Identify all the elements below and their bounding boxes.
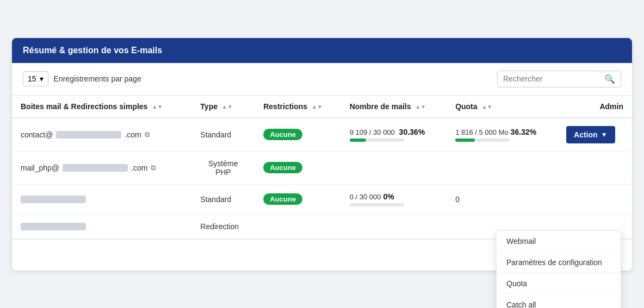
restrictions-cell: Aucune <box>255 118 340 152</box>
mail-count-cell: 0 / 30 000 0% <box>341 184 447 214</box>
col-email: Boites mail & Redirections simples ▲▼ <box>12 96 191 118</box>
badge-aucune: Aucune <box>263 129 302 140</box>
table-row: contact@.com ⧉ Standard Aucune 9 109 / 3… <box>12 118 632 152</box>
toolbar-left: 15 ▾ Enregistrements par page <box>23 71 141 86</box>
mail-count-text: 0 / 30 000 <box>350 193 381 201</box>
email-blurred <box>21 223 86 230</box>
dropdown-item-params[interactable]: Paramètres de configuration <box>497 252 621 273</box>
mail-percent: 0% <box>383 192 394 201</box>
table-row: mail_php@.com ⧉ Système PHP Aucune <box>12 151 632 184</box>
mail-count-cell <box>341 214 447 238</box>
mail-progress-fill <box>350 139 366 142</box>
main-panel: Résumé & gestion de vos E-mails 15 ▾ Enr… <box>12 38 632 271</box>
email-cell: contact@.com ⧉ <box>12 118 191 152</box>
col-nb-mails: Nombre de mails ▲▼ <box>341 96 447 118</box>
badge-aucune: Aucune <box>263 162 302 173</box>
per-page-label: Enregistrements par page <box>54 74 141 83</box>
search-input[interactable] <box>503 74 601 83</box>
mail-progress-bar <box>350 203 404 206</box>
email-cell <box>12 184 191 214</box>
email-domain-blurred <box>56 131 121 139</box>
admin-cell <box>558 151 632 184</box>
mail-count-cell: 9 109 / 30 000 30.36% <box>341 118 447 152</box>
mail-count-text: 9 109 / 30 000 <box>350 128 395 136</box>
col-quota: Quota ▲▼ <box>447 96 558 118</box>
email-suffix: .com <box>131 164 147 172</box>
quota-cell <box>447 151 558 184</box>
dropdown-menu: Webmail Paramètres de configuration Quot… <box>496 230 621 309</box>
chevron-down-icon: ▾ <box>40 74 44 83</box>
col-type: Type ▲▼ <box>191 96 255 118</box>
table-header-row: Boites mail & Redirections simples ▲▼ Ty… <box>12 96 632 118</box>
search-icon: 🔍 <box>604 74 615 84</box>
mail-percent: 30.36% <box>397 128 425 136</box>
quota-cell: 0 <box>447 184 558 214</box>
quota-progress-bar <box>455 139 510 142</box>
email-domain-blurred <box>63 164 128 172</box>
badge-aucune: Aucune <box>263 193 302 205</box>
quota-text: 1 816 / 5 000 Mo <box>455 128 509 136</box>
email-suffix: .com <box>125 130 141 139</box>
restrictions-cell: Aucune <box>255 184 340 214</box>
copy-icon[interactable]: ⧉ <box>145 130 150 139</box>
action-button-label: Action <box>574 130 598 139</box>
restrictions-cell: Aucune <box>255 151 340 184</box>
type-cell: Système PHP <box>191 151 255 184</box>
sort-arrows-nb-mails[interactable]: ▲▼ <box>415 104 426 110</box>
emails-table: Boites mail & Redirections simples ▲▼ Ty… <box>12 96 632 239</box>
per-page-select[interactable]: 15 ▾ <box>23 71 48 86</box>
mail-progress-bar <box>350 139 404 142</box>
quota-percent: 36.32% <box>511 128 536 136</box>
action-button[interactable]: Action ▼ <box>566 126 615 143</box>
email-cell <box>12 214 191 238</box>
admin-cell: Action ▼ <box>558 118 632 152</box>
sort-arrows-quota[interactable]: ▲▼ <box>481 104 492 110</box>
sort-arrows-email[interactable]: ▲▼ <box>152 104 163 110</box>
table-row: Standard Aucune 0 / 30 000 0% 0 <box>12 184 632 214</box>
col-restrictions: Restrictions ▲▼ <box>255 96 340 118</box>
sort-arrows-type[interactable]: ▲▼ <box>222 104 233 110</box>
type-cell: Redirection <box>191 214 255 238</box>
col-admin: Admin <box>558 96 632 118</box>
type-cell: Standard <box>191 184 255 214</box>
email-blurred <box>21 196 86 203</box>
admin-cell <box>558 184 632 214</box>
email-prefix: mail_php@ <box>21 164 59 172</box>
per-page-value: 15 <box>28 74 36 83</box>
dropdown-item-quota[interactable]: Quota <box>497 273 621 294</box>
restrictions-cell <box>255 214 340 238</box>
type-cell: Standard <box>191 118 255 152</box>
sort-arrows-restrictions[interactable]: ▲▼ <box>312 104 323 110</box>
quota-cell: 1 816 / 5 000 Mo 36.32% <box>447 118 558 152</box>
panel-header: Résumé & gestion de vos E-mails <box>12 38 632 63</box>
panel-title: Résumé & gestion de vos E-mails <box>23 46 162 55</box>
email-cell: mail_php@.com ⧉ <box>12 151 191 184</box>
email-prefix: contact@ <box>21 130 53 139</box>
dropdown-item-webmail[interactable]: Webmail <box>497 231 621 252</box>
toolbar: 15 ▾ Enregistrements par page 🔍 <box>12 63 632 96</box>
chevron-icon: ▼ <box>601 131 608 139</box>
quota-progress-fill <box>455 139 475 142</box>
copy-icon[interactable]: ⧉ <box>151 164 156 172</box>
mail-count-cell <box>341 151 447 184</box>
dropdown-item-catchall[interactable]: Catch all <box>497 294 621 309</box>
search-box[interactable]: 🔍 <box>497 71 621 87</box>
